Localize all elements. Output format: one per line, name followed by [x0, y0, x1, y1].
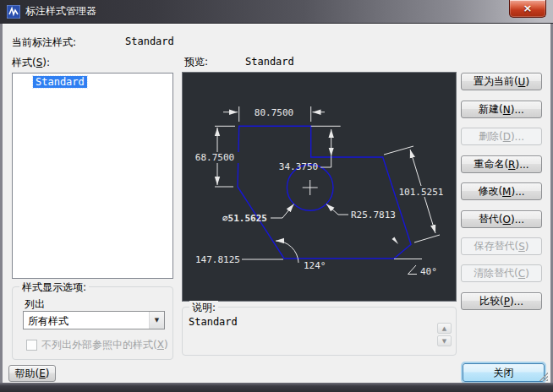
resize-grip[interactable] — [538, 371, 548, 381]
preview-label: 预览: — [184, 55, 208, 69]
display-options-legend: 样式显示选项: — [19, 280, 89, 295]
description-legend: 说明: — [189, 301, 218, 315]
dimension-style-app-icon — [7, 5, 20, 19]
compare-button[interactable]: 比较(P)... — [461, 292, 542, 310]
dim-diagonal-length: 101.5251 — [399, 187, 444, 198]
current-style-value: Standard — [125, 35, 174, 47]
styles-list-label: 样式(S): — [12, 56, 50, 70]
close-button[interactable]: 关闭 — [463, 363, 545, 382]
new-button[interactable]: 新建(N)... — [461, 101, 542, 118]
dim-diameter: ⌀51.5625 — [222, 213, 267, 224]
current-style-label: 当前标注样式: — [12, 35, 76, 50]
preview-style-name: Standard — [245, 56, 294, 68]
save-override-button: 保存替代(S) — [461, 237, 542, 255]
dim-bottom-length: 147.8125 — [195, 254, 240, 265]
dimension-preview-panel: 80.7500 68.7500 34.3750 101.5251 — [182, 72, 457, 302]
help-button[interactable]: 帮助(E) — [8, 365, 56, 382]
preview-shape-outline — [238, 126, 411, 259]
list-filter-label: 列出 — [25, 297, 45, 312]
clear-override-button: 清除替代(C) — [461, 264, 542, 282]
modify-button[interactable]: 修改(M)... — [461, 182, 542, 200]
style-filter-selected-value: 所有样式 — [28, 314, 68, 329]
delete-button: 删除(D)... — [461, 128, 542, 145]
dimension-style-manager-dialog: 标注样式管理器 × 当前标注样式: Standard 样式(S): Standa… — [0, 0, 553, 392]
dim-angle-right: 40° — [420, 266, 437, 277]
description-group: 说明: Standard ▲ ▼ — [182, 307, 457, 356]
scroll-up-icon: ▲ — [442, 325, 446, 332]
style-list-item-standard[interactable]: Standard — [33, 76, 87, 88]
dimension-preview-drawing: 80.7500 68.7500 34.3750 101.5251 — [183, 73, 456, 301]
dim-angle-bottom: 124° — [304, 260, 326, 271]
dropdown-arrow-icon[interactable]: ▼ — [149, 312, 164, 329]
close-icon: × — [523, 2, 533, 14]
close-window-button[interactable]: × — [509, 0, 546, 18]
set-current-button[interactable]: 置为当前(U) — [461, 73, 542, 90]
dim-radius: R25.7813 — [351, 210, 396, 220]
description-scroll-down-button[interactable]: ▼ — [437, 335, 452, 346]
styles-listbox[interactable]: Standard — [12, 73, 173, 279]
hide-xref-checkbox-label: 不列出外部参照中的样式(X) — [41, 338, 168, 352]
override-button[interactable]: 替代(O)... — [461, 210, 542, 228]
description-text: Standard — [189, 316, 238, 328]
scroll-down-icon: ▼ — [442, 338, 446, 345]
dim-top-width: 80.7500 — [255, 107, 293, 118]
window-bottom-frame — [0, 383, 553, 392]
style-display-options-group: 样式显示选项: 列出 所有样式 ▼ 不列出外部参照中的样式(X) — [12, 286, 173, 360]
dialog-client-area: 当前标注样式: Standard 样式(S): Standard 预览: Sta… — [3, 24, 550, 383]
dim-left-height: 68.7500 — [195, 152, 234, 163]
titlebar[interactable]: 标注样式管理器 × — [0, 0, 553, 24]
description-scroll-up-button[interactable]: ▲ — [437, 323, 452, 334]
window-title: 标注样式管理器 — [25, 0, 96, 23]
dim-notch-height: 34.3750 — [279, 161, 318, 172]
hide-xref-checkbox — [26, 340, 37, 351]
style-filter-dropdown[interactable]: 所有样式 ▼ — [23, 311, 165, 329]
rename-button[interactable]: 重命名(R)... — [461, 155, 542, 173]
